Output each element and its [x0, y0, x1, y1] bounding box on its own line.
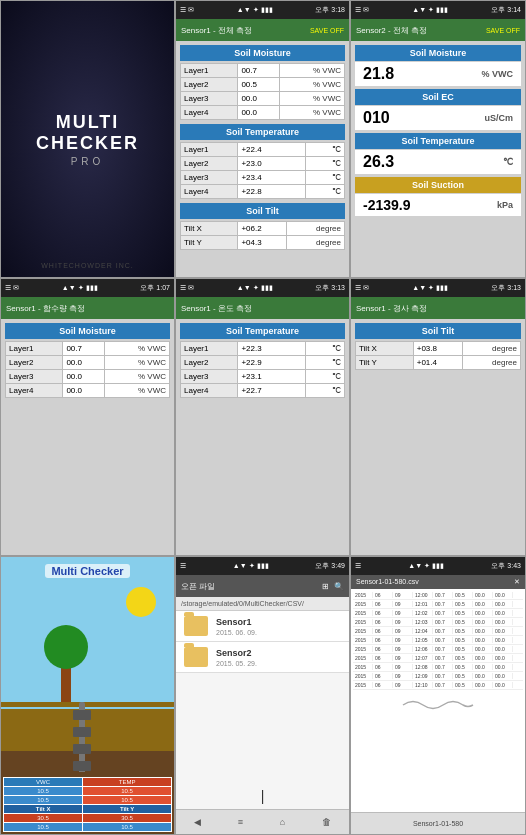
- csv-cell: 00.5: [453, 610, 473, 616]
- csv-cell: 2015: [353, 682, 373, 688]
- nav-icon[interactable]: ◀: [194, 817, 201, 827]
- csv-cell: 00.0: [493, 601, 513, 607]
- csv-cell: 06: [373, 610, 393, 616]
- file-list: Sensor1 2015. 06. 09. Sensor2 2015. 05. …: [176, 611, 349, 783]
- table-row: Layer100.7% VWC: [6, 342, 170, 356]
- csv-cell: 00.0: [493, 664, 513, 670]
- grid-icon[interactable]: ⊞: [322, 582, 329, 591]
- status-icons-2: ▲▼ ✦ ▮▮▮: [237, 6, 273, 14]
- temp-header-2: Soil Temperature: [180, 124, 345, 140]
- csv-cell: 06: [373, 682, 393, 688]
- csv-row: 2015060912:0800.700.500.000.0: [353, 663, 523, 672]
- unit-cell: ℃: [305, 384, 344, 398]
- csv-cell: 00.5: [453, 664, 473, 670]
- csv-cell: 00.0: [473, 682, 493, 688]
- suction-unit: kPa: [497, 200, 513, 210]
- status-bar-2: ☰ ✉ ▲▼ ✦ ▮▮▮ 오후 3:18: [176, 1, 349, 19]
- csv-row: 2015060912:0900.700.500.000.0: [353, 672, 523, 681]
- csv-cell: 00.0: [493, 673, 513, 679]
- tilt-label: Tilt X: [356, 342, 414, 356]
- table-row: Layer3+23.4℃: [181, 171, 345, 185]
- csv-cell: 06: [373, 673, 393, 679]
- value-cell: +23.0: [238, 157, 305, 171]
- suction-number: -2139.9: [363, 197, 410, 213]
- value-cell: +06.2: [238, 222, 287, 236]
- csv-cell: 2015: [353, 619, 373, 625]
- table-row: Layer200.5% VWC: [181, 78, 345, 92]
- csv-cell: 00.0: [473, 628, 493, 634]
- csv-cell: 12:07: [413, 655, 433, 661]
- unit-cell: ℃: [305, 171, 344, 185]
- table-row: Layer300.0% VWC: [6, 370, 170, 384]
- unit-cell: ℃: [305, 370, 344, 384]
- csv-cell: 2015: [353, 655, 373, 661]
- csv-cell: 09: [393, 655, 413, 661]
- table-row: Layer300.0% VWC: [181, 92, 345, 106]
- status-time-4: 오후 1:07: [140, 283, 170, 293]
- value-cell: +22.3: [238, 342, 305, 356]
- temp-number: 26.3: [363, 153, 394, 171]
- layer-label: Layer3: [6, 370, 63, 384]
- search-icon[interactable]: 🔍: [334, 582, 344, 591]
- suction-section-large: Soil Suction -2139.9 kPa: [355, 177, 521, 216]
- csv-cell: 06: [373, 664, 393, 670]
- csv-cell: 12:00: [413, 592, 433, 598]
- csv-close-icon[interactable]: ✕: [514, 578, 520, 586]
- unit-cell: % VWC: [105, 342, 170, 356]
- value-cell: 00.0: [238, 106, 280, 120]
- layer-label: Layer4: [181, 185, 238, 199]
- csv-cell: 00.5: [453, 673, 473, 679]
- value-cell: 00.7: [238, 64, 280, 78]
- layer-label: Layer1: [181, 143, 238, 157]
- csv-cell: 00.0: [493, 655, 513, 661]
- value-cell: 00.0: [63, 384, 105, 398]
- unit-cell: % VWC: [280, 64, 345, 78]
- csv-cell: 00.7: [433, 673, 453, 679]
- csv-footer: Sensor1-01-580: [351, 812, 525, 834]
- csv-cell: 2015: [353, 610, 373, 616]
- sensor2-date: 2015. 05. 29.: [216, 660, 257, 667]
- unit-cell: degree: [287, 222, 345, 236]
- list-view-icon[interactable]: ≡: [238, 817, 243, 827]
- unit-cell: ℃: [305, 157, 344, 171]
- csv-row: 2015060912:1000.700.500.000.0: [353, 681, 523, 690]
- csv-cell: 2015: [353, 664, 373, 670]
- csv-cell: 2015: [353, 637, 373, 643]
- temp-section-large: Soil Temperature 26.3 ℃: [355, 133, 521, 174]
- temp-unit: ℃: [503, 157, 513, 167]
- status-left-3: ☰ ✉: [355, 6, 369, 14]
- delete-icon[interactable]: 🗑: [322, 817, 331, 827]
- unit-cell: degree: [463, 342, 521, 356]
- csv-cell: 12:10: [413, 682, 433, 688]
- csv-cell: 00.7: [433, 637, 453, 643]
- csv-cell: 12:09: [413, 673, 433, 679]
- csv-cell: 12:06: [413, 646, 433, 652]
- suction-header-large: Soil Suction: [355, 177, 521, 193]
- table-row: Tilt Y+01.4degree: [356, 356, 521, 370]
- list-item[interactable]: Sensor2 2015. 05. 29.: [176, 642, 349, 673]
- unit-cell: ℃: [305, 185, 344, 199]
- sensor1-temp-content: Soil Temperature Layer1+22.3℃ Layer2+22.…: [176, 319, 349, 555]
- status-bar-5: ☰ ✉ ▲▼ ✦ ▮▮▮ 오후 3:13: [176, 279, 349, 297]
- table-row: Layer4+22.8℃: [181, 185, 345, 199]
- csv-cell: 09: [393, 592, 413, 598]
- csv-cell: 00.5: [453, 682, 473, 688]
- status-time-8: 오후 3:49: [315, 561, 345, 571]
- table-row: Tilt X+06.2degree: [181, 222, 345, 236]
- app-pro-badge: PRO: [1, 156, 174, 167]
- status-time-9: 오후 3:43: [491, 561, 521, 571]
- csv-cell: 00.7: [433, 601, 453, 607]
- csv-cell: 00.0: [493, 592, 513, 598]
- value-cell: +23.4: [238, 171, 305, 185]
- home-icon[interactable]: ⌂: [280, 817, 285, 827]
- list-item[interactable]: Sensor1 2015. 06. 09.: [176, 611, 349, 642]
- status-left-8: ☰: [180, 562, 186, 570]
- csv-cell: 00.7: [433, 682, 453, 688]
- table-row: Layer400.0% VWC: [6, 384, 170, 398]
- csv-cell: 12:02: [413, 610, 433, 616]
- csv-cell: 09: [393, 673, 413, 679]
- sensor1-content: Soil Moisture Layer100.7% VWC Layer200.5…: [176, 41, 349, 277]
- table-row: Layer2+23.0℃: [181, 157, 345, 171]
- csv-row: 2015060912:0300.700.500.000.0: [353, 618, 523, 627]
- moisture-unit: % VWC: [482, 69, 514, 79]
